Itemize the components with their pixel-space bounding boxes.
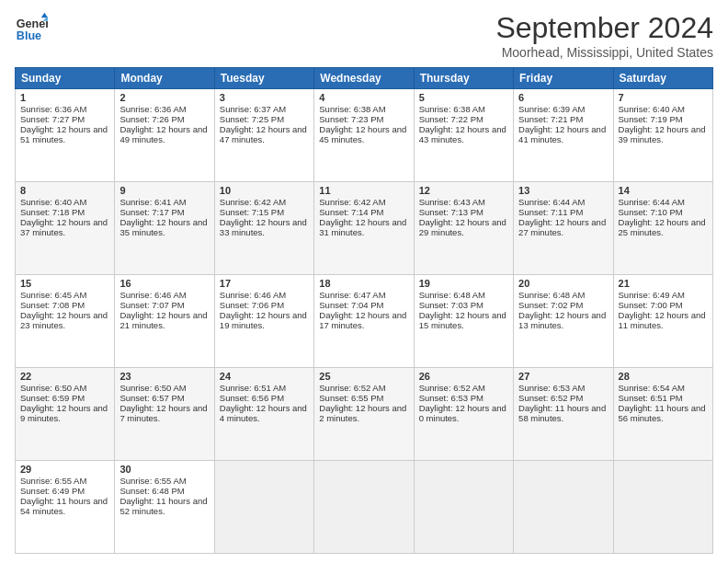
daylight: Daylight: 11 hours and 58 minutes. bbox=[518, 403, 606, 423]
day-number: 21 bbox=[619, 278, 708, 289]
sunrise: Sunrise: 6:36 AM bbox=[119, 104, 186, 114]
daylight: Daylight: 12 hours and 4 minutes. bbox=[220, 403, 307, 423]
logo-icon: General Blue bbox=[15, 11, 48, 44]
day-number: 19 bbox=[419, 278, 508, 289]
day-number: 9 bbox=[119, 185, 209, 196]
sunset: Sunset: 7:00 PM bbox=[619, 300, 683, 310]
daylight: Daylight: 12 hours and 43 minutes. bbox=[419, 124, 506, 144]
day-number: 1 bbox=[20, 92, 109, 103]
sunrise: Sunrise: 6:41 AM bbox=[119, 197, 186, 207]
sunset: Sunset: 7:15 PM bbox=[220, 207, 284, 217]
day-number: 8 bbox=[20, 185, 109, 196]
daylight: Daylight: 12 hours and 25 minutes. bbox=[619, 217, 706, 237]
day-number: 6 bbox=[518, 92, 608, 103]
calendar-cell: 25Sunrise: 6:52 AMSunset: 6:55 PMDayligh… bbox=[314, 368, 414, 461]
daylight: Daylight: 12 hours and 51 minutes. bbox=[20, 124, 108, 144]
day-number: 18 bbox=[319, 278, 408, 289]
daylight: Daylight: 12 hours and 37 minutes. bbox=[20, 217, 108, 237]
day-number: 3 bbox=[220, 92, 309, 103]
day-number: 28 bbox=[619, 371, 708, 382]
daylight: Daylight: 12 hours and 21 minutes. bbox=[119, 310, 207, 330]
calendar-cell: 27Sunrise: 6:53 AMSunset: 6:52 PMDayligh… bbox=[514, 368, 613, 461]
calendar-cell bbox=[514, 461, 613, 554]
sunrise: Sunrise: 6:50 AM bbox=[119, 383, 186, 393]
sunrise: Sunrise: 6:44 AM bbox=[619, 197, 685, 207]
calendar-header-sunday: Sunday bbox=[16, 68, 115, 89]
sunrise: Sunrise: 6:47 AM bbox=[319, 290, 385, 300]
svg-marker-2 bbox=[41, 13, 48, 17]
day-number: 2 bbox=[119, 92, 209, 103]
calendar-header-thursday: Thursday bbox=[414, 68, 513, 89]
calendar-cell: 29Sunrise: 6:55 AMSunset: 6:49 PMDayligh… bbox=[16, 461, 115, 554]
calendar-cell: 22Sunrise: 6:50 AMSunset: 6:59 PMDayligh… bbox=[16, 368, 115, 461]
sunrise: Sunrise: 6:44 AM bbox=[518, 197, 585, 207]
calendar-cell: 2Sunrise: 6:36 AMSunset: 7:26 PMDaylight… bbox=[115, 89, 214, 182]
sunset: Sunset: 6:56 PM bbox=[220, 393, 284, 403]
day-number: 22 bbox=[20, 371, 109, 382]
calendar-cell: 23Sunrise: 6:50 AMSunset: 6:57 PMDayligh… bbox=[115, 368, 214, 461]
sunset: Sunset: 6:48 PM bbox=[119, 486, 184, 496]
calendar-cell: 4Sunrise: 6:38 AMSunset: 7:23 PMDaylight… bbox=[314, 89, 414, 182]
sunrise: Sunrise: 6:43 AM bbox=[419, 197, 485, 207]
sunrise: Sunrise: 6:51 AM bbox=[220, 383, 286, 393]
sunset: Sunset: 7:10 PM bbox=[619, 207, 683, 217]
calendar-cell: 16Sunrise: 6:46 AMSunset: 7:07 PMDayligh… bbox=[115, 275, 214, 368]
sunset: Sunset: 6:52 PM bbox=[518, 393, 583, 403]
sunrise: Sunrise: 6:50 AM bbox=[20, 383, 86, 393]
calendar-cell: 1Sunrise: 6:36 AMSunset: 7:27 PMDaylight… bbox=[16, 89, 115, 182]
calendar-cell: 20Sunrise: 6:48 AMSunset: 7:02 PMDayligh… bbox=[514, 275, 613, 368]
sunrise: Sunrise: 6:53 AM bbox=[518, 383, 585, 393]
calendar-cell: 28Sunrise: 6:54 AMSunset: 6:51 PMDayligh… bbox=[613, 368, 712, 461]
calendar-cell bbox=[314, 461, 414, 554]
day-number: 24 bbox=[220, 371, 309, 382]
daylight: Daylight: 12 hours and 7 minutes. bbox=[119, 403, 207, 423]
sunrise: Sunrise: 6:37 AM bbox=[220, 104, 286, 114]
daylight: Daylight: 12 hours and 0 minutes. bbox=[419, 403, 506, 423]
page: General Blue September 2024 Moorhead, Mi… bbox=[0, 0, 728, 563]
sunrise: Sunrise: 6:38 AM bbox=[419, 104, 485, 114]
sunset: Sunset: 7:25 PM bbox=[220, 114, 284, 124]
calendar-cell: 15Sunrise: 6:45 AMSunset: 7:08 PMDayligh… bbox=[16, 275, 115, 368]
sunset: Sunset: 7:02 PM bbox=[518, 300, 583, 310]
sunset: Sunset: 7:04 PM bbox=[319, 300, 383, 310]
daylight: Daylight: 12 hours and 11 minutes. bbox=[619, 310, 706, 330]
sunset: Sunset: 6:57 PM bbox=[119, 393, 184, 403]
daylight: Daylight: 11 hours and 52 minutes. bbox=[119, 496, 207, 516]
day-number: 12 bbox=[419, 185, 508, 196]
sunrise: Sunrise: 6:40 AM bbox=[20, 197, 86, 207]
daylight: Daylight: 11 hours and 54 minutes. bbox=[20, 496, 108, 516]
daylight: Daylight: 12 hours and 45 minutes. bbox=[319, 124, 406, 144]
calendar-header-wednesday: Wednesday bbox=[314, 68, 414, 89]
daylight: Daylight: 12 hours and 15 minutes. bbox=[419, 310, 506, 330]
sunrise: Sunrise: 6:52 AM bbox=[419, 383, 485, 393]
calendar-header-monday: Monday bbox=[115, 68, 214, 89]
calendar-cell: 26Sunrise: 6:52 AMSunset: 6:53 PMDayligh… bbox=[414, 368, 513, 461]
sunset: Sunset: 6:51 PM bbox=[619, 393, 683, 403]
day-number: 4 bbox=[319, 92, 408, 103]
sunrise: Sunrise: 6:48 AM bbox=[518, 290, 585, 300]
daylight: Daylight: 12 hours and 27 minutes. bbox=[518, 217, 606, 237]
daylight: Daylight: 12 hours and 47 minutes. bbox=[220, 124, 307, 144]
daylight: Daylight: 12 hours and 49 minutes. bbox=[119, 124, 207, 144]
day-number: 15 bbox=[20, 278, 109, 289]
daylight: Daylight: 12 hours and 2 minutes. bbox=[319, 403, 406, 423]
sunrise: Sunrise: 6:52 AM bbox=[319, 383, 385, 393]
calendar-cell: 3Sunrise: 6:37 AMSunset: 7:25 PMDaylight… bbox=[214, 89, 313, 182]
sunset: Sunset: 6:53 PM bbox=[419, 393, 483, 403]
calendar-cell: 14Sunrise: 6:44 AMSunset: 7:10 PMDayligh… bbox=[613, 182, 712, 275]
sunrise: Sunrise: 6:39 AM bbox=[518, 104, 585, 114]
calendar-cell: 18Sunrise: 6:47 AMSunset: 7:04 PMDayligh… bbox=[314, 275, 414, 368]
daylight: Daylight: 12 hours and 17 minutes. bbox=[319, 310, 406, 330]
calendar-cell: 12Sunrise: 6:43 AMSunset: 7:13 PMDayligh… bbox=[414, 182, 513, 275]
day-number: 27 bbox=[518, 371, 608, 382]
daylight: Daylight: 12 hours and 29 minutes. bbox=[419, 217, 506, 237]
calendar-cell: 24Sunrise: 6:51 AMSunset: 6:56 PMDayligh… bbox=[214, 368, 313, 461]
sunset: Sunset: 7:08 PM bbox=[20, 300, 85, 310]
calendar-week-1: 1Sunrise: 6:36 AMSunset: 7:27 PMDaylight… bbox=[16, 89, 713, 182]
calendar-cell: 7Sunrise: 6:40 AMSunset: 7:19 PMDaylight… bbox=[613, 89, 712, 182]
title-block: September 2024 Moorhead, Mississippi, Un… bbox=[495, 11, 713, 60]
sunset: Sunset: 6:55 PM bbox=[319, 393, 383, 403]
month-title: September 2024 bbox=[495, 11, 713, 45]
calendar-header-friday: Friday bbox=[514, 68, 613, 89]
sunset: Sunset: 7:14 PM bbox=[319, 207, 383, 217]
